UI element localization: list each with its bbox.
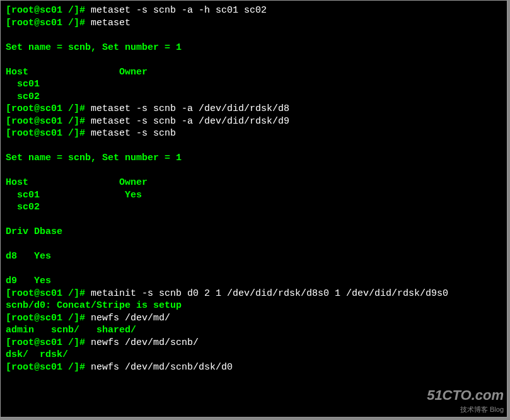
terminal-line: [root@sc01 /]# metaset -s scnb -a /dev/d… [6,103,502,115]
terminal-line: [root@sc01 /]# metaset [6,17,502,30]
command-text: metaset -s scnb [91,128,176,139]
terminal-line: [root@sc01 /]# newfs /dev/md/ [6,312,502,325]
terminal-line: Driv Dbase [6,226,502,238]
terminal-line: Set name = scnb, Set number = 1 [6,42,502,54]
terminal-line: [root@sc01 /]# metainit -s scnb d0 2 1 /… [6,288,502,300]
command-text: newfs /dev/md/ [91,313,170,324]
terminal-line: Set name = scnb, Set number = 1 [6,152,502,165]
output-text: admin scnb/ shared/ [6,325,136,335]
output-text: Host Owner [6,177,148,188]
terminal-window[interactable]: [root@sc01 /]# metaset -s scnb -a -h sc0… [0,0,507,417]
output-text: [root@sc01 /]# [6,103,91,114]
command-text: metaset [91,18,130,28]
terminal-line: d9 Yes [6,275,502,288]
terminal-line [6,165,502,177]
terminal-line [6,29,502,42]
output-text: [root@sc01 /]# [6,337,91,348]
output-text: Host Owner [6,67,148,78]
output-text: d8 Yes [6,251,51,262]
terminal-line [6,214,502,226]
output-text: dsk/ rdsk/ [6,349,68,360]
terminal-line: Host Owner [6,177,502,189]
command-text: newfs /dev/md/scnb/dsk/d0 [91,362,233,373]
terminal-line: scnb/d0: Concat/Stripe is setup [6,300,502,312]
output-text: sc02 [6,91,40,102]
command-text: newfs /dev/md/scnb/ [91,337,199,348]
terminal-line [6,263,502,276]
terminal-line: sc02 [6,91,502,103]
output-text: Set name = scnb, Set number = 1 [6,42,182,53]
terminal-line: dsk/ rdsk/ [6,349,502,361]
output-text: sc01 [6,79,40,90]
terminal-line: sc01 Yes [6,189,502,202]
terminal-line [6,140,502,153]
command-text: metainit -s scnb d0 2 1 /dev/did/rdsk/d8… [91,288,448,299]
output-text: [root@sc01 /]# [6,288,91,299]
terminal-line: [root@sc01 /]# metaset -s scnb -a -h sc0… [6,4,502,17]
terminal-line: Host Owner [6,66,502,79]
terminal-line: admin scnb/ shared/ [6,324,502,337]
terminal-line: [root@sc01 /]# newfs /dev/md/scnb/ [6,337,502,349]
command-text: metaset -s scnb -a /dev/did/rdsk/d9 [91,116,289,127]
terminal-line: [root@sc01 /]# metaset -s scnb [6,127,502,140]
terminal-line: d8 Yes [6,250,502,263]
watermark-title: 51CTO.com [427,387,504,405]
output-text: [root@sc01 /]# [6,362,91,373]
terminal-line [6,238,502,251]
command-text: metaset -s scnb -a /dev/did/rdsk/d8 [91,103,289,114]
terminal-line: [root@sc01 /]# metaset -s scnb -a /dev/d… [6,115,502,128]
watermark-subtitle: 技术博客 Blog [427,405,504,414]
output-text: [root@sc01 /]# [6,5,91,16]
terminal-line: sc01 [6,78,502,91]
output-text: [root@sc01 /]# [6,128,91,139]
output-text: d9 Yes [6,276,51,286]
output-text: [root@sc01 /]# [6,116,91,127]
output-text: Driv Dbase [6,226,62,237]
output-text: scnb/d0: Concat/Stripe is setup [6,300,182,311]
output-text: sc02 [6,202,40,213]
terminal-line: sc02 [6,201,502,214]
command-text: metaset -s scnb -a -h sc01 sc02 [91,5,267,16]
terminal-line [6,54,502,66]
output-text: sc01 Yes [6,190,142,201]
output-text: Set name = scnb, Set number = 1 [6,153,182,163]
output-text: [root@sc01 /]# [6,313,91,324]
terminal-line: [root@sc01 /]# newfs /dev/md/scnb/dsk/d0 [6,361,502,374]
watermark: 51CTO.com 技术博客 Blog [427,387,504,414]
output-text: [root@sc01 /]# [6,18,91,28]
